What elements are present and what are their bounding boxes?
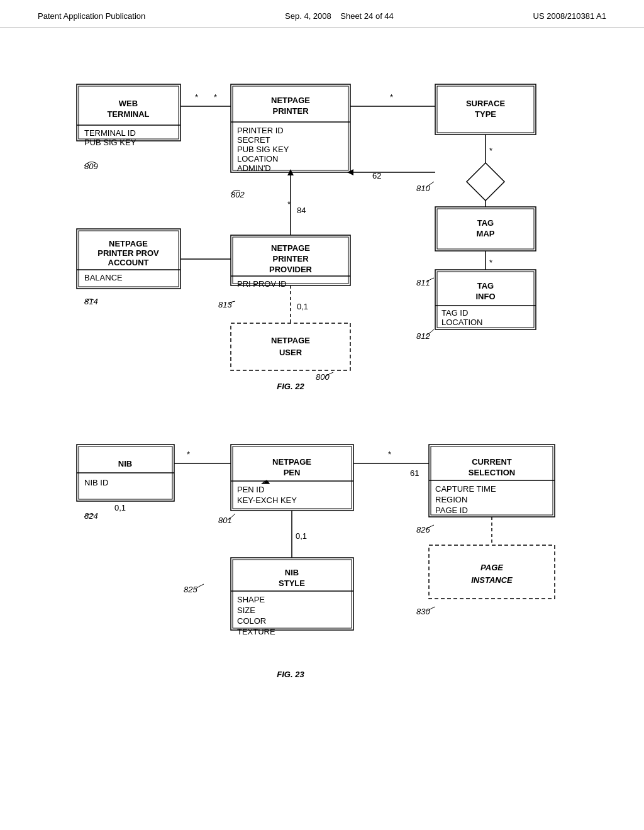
- star-wt-right: *: [214, 92, 217, 102]
- label-61: 61: [410, 468, 419, 478]
- printer-location: LOCATION: [237, 154, 279, 163]
- star-nib: *: [187, 450, 190, 459]
- tag-map-diamond: [467, 163, 504, 201]
- netpage-user-box: [231, 323, 350, 370]
- header-left: Patent Application Publication: [38, 11, 145, 21]
- netpage-user-label: NETPAGE: [271, 336, 310, 345]
- tag-location: LOCATION: [441, 318, 483, 327]
- star-diamond: *: [489, 146, 492, 155]
- header-right: US 2008/210381 A1: [533, 11, 606, 21]
- tag-info-label: TAG: [477, 281, 494, 290]
- tag-info-label2: INFO: [475, 292, 495, 301]
- npp-label2: PRINTER: [272, 254, 309, 263]
- label-813: 813: [218, 300, 232, 309]
- nppa-label3: ACCOUNT: [108, 258, 149, 267]
- nib-label: NIB: [118, 459, 132, 468]
- label-01-npp: 0,1: [297, 302, 308, 311]
- page-header: Patent Application Publication Sep. 4, 2…: [0, 0, 644, 28]
- label-01-nib: 0,1: [114, 503, 126, 512]
- page-instance-label2: INSTANCE: [471, 575, 513, 585]
- terminal-id: TERMINAL ID: [84, 128, 136, 138]
- web-terminal-label2: TERMINAL: [107, 109, 149, 119]
- region: REGION: [435, 495, 467, 504]
- printer-id: PRINTER ID: [237, 126, 284, 135]
- tag-id: TAG ID: [441, 308, 468, 318]
- star-taginfo: *: [489, 258, 492, 267]
- pen-id: PEN ID: [237, 485, 264, 494]
- capture-time: CAPTURE TIME: [435, 484, 496, 494]
- netpage-pen-label: NETPAGE: [272, 457, 311, 467]
- pri-prov-id: PRI PROV ID: [237, 279, 287, 289]
- label-809: 809: [84, 162, 98, 171]
- fig22-diagram: WEB TERMINAL TERMINAL ID PUB SIG KEY 809…: [38, 47, 606, 401]
- star-pen-sel: *: [388, 450, 391, 459]
- label-800: 800: [316, 372, 330, 382]
- label-825: 825: [184, 585, 197, 594]
- label-810: 810: [416, 184, 430, 193]
- printer-secret: SECRET: [237, 135, 270, 145]
- printer-admind: ADMIN'D: [237, 163, 271, 173]
- key-exch-key: KEY-EXCH KEY: [237, 495, 297, 505]
- fig23-diagram: NIB NIB ID 824 0,1 NETPAGE PEN PEN ID KE…: [38, 413, 606, 729]
- npp-label: NETPAGE: [271, 243, 310, 253]
- netpage-user-label2: USER: [279, 348, 303, 357]
- fig23-svg: NIB NIB ID 824 0,1 NETPAGE PEN PEN ID KE…: [38, 413, 606, 728]
- main-content: WEB TERMINAL TERMINAL ID PUB SIG KEY 809…: [0, 28, 644, 761]
- texture: TEXTURE: [237, 627, 275, 636]
- balance: BALANCE: [84, 273, 123, 282]
- netpage-printer-label2: PRINTER: [272, 106, 309, 116]
- curr-sel-label2: SELECTION: [469, 468, 515, 477]
- nppa-label2: PRINTER PROV: [97, 248, 159, 258]
- color: COLOR: [237, 616, 266, 626]
- nib-style-label: NIB: [285, 568, 299, 577]
- web-terminal-label: WEB: [119, 99, 138, 108]
- tag-map-label2: MAP: [477, 229, 495, 238]
- nib-style-label2: STYLE: [279, 578, 305, 588]
- nib-id: NIB ID: [84, 478, 108, 487]
- label-824: 824: [84, 511, 98, 521]
- printer-pub-sig-key: PUB SIG KEY: [237, 145, 289, 154]
- fig22-svg: WEB TERMINAL TERMINAL ID PUB SIG KEY 809…: [38, 47, 606, 399]
- label-830: 830: [416, 607, 430, 616]
- tag-map-label: TAG: [477, 218, 494, 228]
- label-826: 826: [416, 525, 430, 534]
- surface-type-label2: TYPE: [475, 109, 496, 119]
- nppa-label: NETPAGE: [109, 239, 148, 248]
- label-801: 801: [218, 516, 232, 525]
- label-812: 812: [416, 331, 430, 341]
- label-84: 84: [297, 206, 306, 215]
- size: SIZE: [237, 606, 255, 615]
- fig22-label: FIG. 22: [277, 382, 304, 391]
- fig23-label: FIG. 23: [277, 670, 304, 679]
- shape: SHAPE: [237, 595, 265, 604]
- netpage-printer-label: NETPAGE: [271, 96, 310, 105]
- curr-sel-label: CURRENT: [472, 457, 512, 467]
- header-center: Sep. 4, 2008 Sheet 24 of 44: [285, 11, 394, 21]
- pub-sig-key: PUB SIG KEY: [84, 138, 136, 147]
- page-instance-label: PAGE: [480, 563, 503, 572]
- page-id: PAGE ID: [435, 506, 468, 515]
- netpage-pen-label2: PEN: [284, 468, 301, 477]
- surface-type-label: SURFACE: [466, 99, 505, 108]
- star-np-st: *: [390, 92, 393, 102]
- star-below-printer: *: [287, 199, 291, 209]
- label-811: 811: [416, 278, 430, 287]
- star-wt-left: *: [195, 92, 198, 102]
- label-01-pen: 0,1: [296, 531, 307, 541]
- label-814: 814: [84, 297, 98, 306]
- npp-label3: PROVIDER: [269, 265, 313, 274]
